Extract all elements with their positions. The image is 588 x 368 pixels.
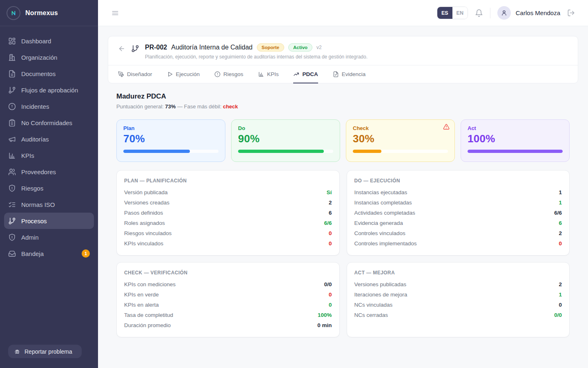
avatar <box>497 6 511 20</box>
tab-label: KPIs <box>267 71 279 77</box>
phase-percent: 70% <box>123 132 218 145</box>
pdca-panels: PLAN — PLANIFICACIÓNVersión publicadaSíV… <box>116 170 570 337</box>
tab-kpis[interactable]: KPIs <box>258 65 279 83</box>
process-git-branch-icon <box>131 45 139 53</box>
tab-label: Riesgos <box>223 71 243 77</box>
content: PR-002 Auditoría Interna de Calidad Sopo… <box>98 26 588 368</box>
tab-pdca[interactable]: PDCA <box>293 65 318 83</box>
normexus-logo-icon <box>7 6 20 20</box>
sidebar-item-label: Riesgos <box>21 185 43 192</box>
inbox-icon <box>8 250 16 258</box>
process-card: PR-002 Auditoría Interna de Calidad Sopo… <box>108 36 578 83</box>
report-problem-label: Reportar problema <box>24 348 72 355</box>
sidebar-item-kpis[interactable]: KPIs <box>4 147 94 164</box>
panel-title: DO — EJECUCIÓN <box>354 178 562 184</box>
checklist-icon <box>8 201 16 209</box>
tab-evidencia[interactable]: Evidencia <box>333 65 366 83</box>
bar-chart-icon <box>258 71 264 77</box>
summary-prefix: Puntuación general: <box>116 103 164 110</box>
lang-en-button[interactable]: EN <box>452 7 468 19</box>
stat-row: Controles implementados0 <box>354 238 562 249</box>
tab-label: Ejecución <box>176 71 200 77</box>
pdca-phase-card-do: Do90% <box>231 119 340 162</box>
bell-icon[interactable] <box>475 9 483 17</box>
logout-icon[interactable] <box>567 9 575 17</box>
stat-value: 2 <box>559 281 562 287</box>
building-icon <box>8 54 16 61</box>
sidebar-item-riesgos[interactable]: Riesgos <box>4 180 94 196</box>
app-title: Normexus <box>25 9 58 17</box>
stat-row: KPIs en verde0 <box>124 289 332 300</box>
sidebar-item-bandeja[interactable]: Bandeja1 <box>4 245 94 262</box>
stat-label: NCs vinculadas <box>354 302 393 308</box>
stat-label: Duración promedio <box>124 322 171 328</box>
stat-value: 1 <box>559 292 562 298</box>
overall-score: 73% <box>165 103 176 110</box>
phase-progress-track <box>468 150 563 153</box>
sidebar-item-label: Normas ISO <box>21 201 55 208</box>
sidebar-item-normas-iso[interactable]: Normas ISO <box>4 196 94 213</box>
stat-label: KPIs vinculados <box>124 240 163 247</box>
sidebar-item-auditorias[interactable]: Auditorías <box>4 131 94 147</box>
report-problem-button[interactable]: Reportar problema <box>8 345 82 358</box>
stat-label: Controles implementados <box>354 240 417 247</box>
trending-up-icon <box>293 71 299 77</box>
sidebar-item-organizacion[interactable]: Organización <box>4 49 94 65</box>
stat-value: 0 <box>559 240 562 247</box>
warning-triangle-icon <box>443 123 450 130</box>
sidebar-item-no-conformidades[interactable]: No Conformidades <box>4 114 94 131</box>
sidebar-item-proveedores[interactable]: Proveedores <box>4 164 94 180</box>
sidebar-item-dashboard[interactable]: Dashboard <box>4 33 94 49</box>
process-heading: PR-002 Auditoría Interna de Calidad Sopo… <box>145 43 368 60</box>
sidebar-item-label: Admin <box>21 234 39 241</box>
sidebar-item-procesos[interactable]: Procesos <box>4 213 94 229</box>
stat-row: Instancias completadas1 <box>354 197 562 208</box>
sidebar-item-admin[interactable]: Admin <box>4 229 94 245</box>
sidebar-item-label: Organización <box>21 54 57 61</box>
stat-value: 0 <box>329 302 332 308</box>
alert-circle-icon <box>8 103 16 110</box>
stat-label: Versiones publicadas <box>354 281 407 287</box>
stat-label: Instancias completadas <box>354 200 412 206</box>
tab-ejecucion[interactable]: Ejecución <box>167 65 200 83</box>
back-arrow-icon[interactable] <box>118 45 125 52</box>
git-branch-icon <box>8 217 16 225</box>
stat-label: Versión publicada <box>124 189 168 195</box>
tab-disenador[interactable]: Diseñador <box>118 65 152 83</box>
document-icon <box>8 70 16 78</box>
dashboard-icon <box>8 37 16 45</box>
process-code: PR-002 <box>145 44 167 51</box>
alert-circle-icon <box>214 71 220 77</box>
stat-row: Iteraciones de mejora1 <box>354 289 562 300</box>
sidebar-item-flujos-de-aprobacion[interactable]: Flujos de aprobación <box>4 82 94 98</box>
phase-percent: 100% <box>468 132 563 145</box>
sidebar-item-documentos[interactable]: Documentos <box>4 65 94 82</box>
stat-label: Pasos definidos <box>124 210 163 216</box>
sidebar-item-label: Dashboard <box>21 38 51 45</box>
pdca-phase-cards: Plan70%Do90%Check30%Act100% <box>116 119 570 162</box>
sidebar-item-label: Procesos <box>21 218 47 224</box>
stat-row: KPIs en alerta0 <box>124 300 332 310</box>
pdca-phase-card-check: Check30% <box>346 119 455 162</box>
stat-value: 6/6 <box>554 210 562 216</box>
tab-riesgos[interactable]: Riesgos <box>214 65 243 83</box>
tab-label: Diseñador <box>127 71 152 77</box>
lang-es-button[interactable]: ES <box>437 7 452 19</box>
stat-row: Versión publicadaSí <box>124 187 332 197</box>
category-badge: Soporte <box>257 43 284 52</box>
process-tabs: DiseñadorEjecuciónRiesgosKPIsPDCAEvidenc… <box>108 65 578 83</box>
sidebar-item-label: Proveedores <box>21 168 56 175</box>
process-title-row: PR-002 Auditoría Interna de Calidad Sopo… <box>145 43 368 52</box>
pen-tool-icon <box>118 71 124 77</box>
stat-value: 100% <box>318 312 332 318</box>
bar-chart-icon <box>8 152 16 159</box>
menu-icon[interactable] <box>111 9 119 17</box>
language-toggle: ES EN <box>437 7 468 19</box>
inbox-count-badge: 1 <box>82 249 90 258</box>
file-check-icon <box>333 71 339 77</box>
sidebar-item-incidentes[interactable]: Incidentes <box>4 98 94 114</box>
shield-icon <box>8 233 16 241</box>
person-icon <box>501 9 508 16</box>
stat-label: Roles asignados <box>124 220 165 226</box>
user-menu[interactable]: Carlos Mendoza <box>497 6 560 20</box>
